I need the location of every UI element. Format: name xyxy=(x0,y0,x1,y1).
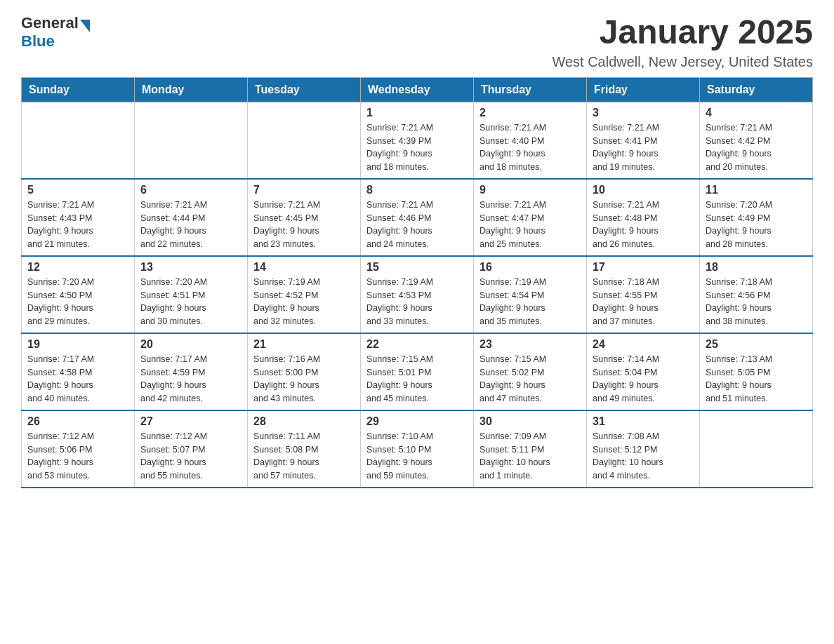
day-info: Sunrise: 7:16 AM Sunset: 5:00 PM Dayligh… xyxy=(253,353,355,405)
calendar-day-20: 20Sunrise: 7:17 AM Sunset: 4:59 PM Dayli… xyxy=(135,333,248,410)
day-info: Sunrise: 7:19 AM Sunset: 4:53 PM Dayligh… xyxy=(366,276,468,328)
day-number: 31 xyxy=(593,415,694,428)
day-number: 4 xyxy=(706,107,807,119)
day-number: 5 xyxy=(27,184,128,196)
day-number: 20 xyxy=(140,338,241,351)
day-number: 16 xyxy=(479,261,581,274)
day-number: 28 xyxy=(253,415,355,428)
calendar-day-8: 8Sunrise: 7:21 AM Sunset: 4:46 PM Daylig… xyxy=(361,179,474,256)
calendar-header-saturday: Saturday xyxy=(700,77,813,102)
day-info: Sunrise: 7:21 AM Sunset: 4:45 PM Dayligh… xyxy=(253,199,355,251)
calendar-week-row: 5Sunrise: 7:21 AM Sunset: 4:43 PM Daylig… xyxy=(22,179,813,256)
day-number: 23 xyxy=(479,338,581,351)
calendar-day-2: 2Sunrise: 7:21 AM Sunset: 4:40 PM Daylig… xyxy=(474,102,587,179)
day-number: 24 xyxy=(593,338,694,351)
calendar-header-sunday: Sunday xyxy=(22,77,135,102)
calendar-day-6: 6Sunrise: 7:21 AM Sunset: 4:44 PM Daylig… xyxy=(135,179,248,256)
day-number: 1 xyxy=(366,107,468,119)
calendar-empty-cell xyxy=(22,102,135,179)
calendar-empty-cell xyxy=(248,102,361,179)
day-number: 19 xyxy=(27,338,128,351)
calendar-header-wednesday: Wednesday xyxy=(361,77,474,102)
calendar-day-23: 23Sunrise: 7:15 AM Sunset: 5:02 PM Dayli… xyxy=(474,333,587,410)
calendar-day-26: 26Sunrise: 7:12 AM Sunset: 5:06 PM Dayli… xyxy=(22,410,135,488)
day-number: 12 xyxy=(27,261,128,274)
day-info: Sunrise: 7:20 AM Sunset: 4:49 PM Dayligh… xyxy=(706,199,807,251)
calendar-day-16: 16Sunrise: 7:19 AM Sunset: 4:54 PM Dayli… xyxy=(474,256,587,333)
calendar-week-row: 26Sunrise: 7:12 AM Sunset: 5:06 PM Dayli… xyxy=(22,410,813,488)
day-info: Sunrise: 7:13 AM Sunset: 5:05 PM Dayligh… xyxy=(706,353,807,405)
day-info: Sunrise: 7:15 AM Sunset: 5:01 PM Dayligh… xyxy=(366,353,468,405)
calendar-day-30: 30Sunrise: 7:09 AM Sunset: 5:11 PM Dayli… xyxy=(474,410,587,488)
day-info: Sunrise: 7:21 AM Sunset: 4:39 PM Dayligh… xyxy=(366,121,468,174)
day-number: 8 xyxy=(366,184,468,196)
calendar-day-4: 4Sunrise: 7:21 AM Sunset: 4:42 PM Daylig… xyxy=(700,102,813,179)
calendar-day-14: 14Sunrise: 7:19 AM Sunset: 4:52 PM Dayli… xyxy=(248,256,361,333)
day-number: 14 xyxy=(253,261,355,274)
title-area: January 2025 West Caldwell, New Jersey, … xyxy=(552,14,813,70)
calendar-day-3: 3Sunrise: 7:21 AM Sunset: 4:41 PM Daylig… xyxy=(587,102,700,179)
logo-blue-text: Blue xyxy=(21,32,90,51)
day-number: 17 xyxy=(593,261,694,274)
calendar-day-11: 11Sunrise: 7:20 AM Sunset: 4:49 PM Dayli… xyxy=(700,179,813,256)
calendar-day-21: 21Sunrise: 7:16 AM Sunset: 5:00 PM Dayli… xyxy=(248,333,361,410)
day-info: Sunrise: 7:21 AM Sunset: 4:44 PM Dayligh… xyxy=(140,199,241,251)
calendar-day-27: 27Sunrise: 7:12 AM Sunset: 5:07 PM Dayli… xyxy=(135,410,248,488)
day-info: Sunrise: 7:19 AM Sunset: 4:52 PM Dayligh… xyxy=(253,276,355,328)
calendar-header-row: SundayMondayTuesdayWednesdayThursdayFrid… xyxy=(22,77,813,102)
day-number: 2 xyxy=(479,107,581,119)
day-info: Sunrise: 7:12 AM Sunset: 5:07 PM Dayligh… xyxy=(140,430,241,483)
day-number: 26 xyxy=(27,415,128,428)
day-info: Sunrise: 7:21 AM Sunset: 4:43 PM Dayligh… xyxy=(27,199,128,251)
day-info: Sunrise: 7:19 AM Sunset: 4:54 PM Dayligh… xyxy=(479,276,581,328)
day-info: Sunrise: 7:21 AM Sunset: 4:48 PM Dayligh… xyxy=(593,199,694,251)
calendar-header-thursday: Thursday xyxy=(474,77,587,102)
day-number: 30 xyxy=(479,415,581,428)
calendar-day-1: 1Sunrise: 7:21 AM Sunset: 4:39 PM Daylig… xyxy=(361,102,474,179)
day-info: Sunrise: 7:20 AM Sunset: 4:50 PM Dayligh… xyxy=(27,276,128,328)
calendar-day-29: 29Sunrise: 7:10 AM Sunset: 5:10 PM Dayli… xyxy=(361,410,474,488)
day-info: Sunrise: 7:21 AM Sunset: 4:46 PM Dayligh… xyxy=(366,199,468,251)
calendar-day-13: 13Sunrise: 7:20 AM Sunset: 4:51 PM Dayli… xyxy=(135,256,248,333)
calendar-day-19: 19Sunrise: 7:17 AM Sunset: 4:58 PM Dayli… xyxy=(22,333,135,410)
day-info: Sunrise: 7:20 AM Sunset: 4:51 PM Dayligh… xyxy=(140,276,241,328)
day-info: Sunrise: 7:21 AM Sunset: 4:47 PM Dayligh… xyxy=(479,199,581,251)
day-info: Sunrise: 7:15 AM Sunset: 5:02 PM Dayligh… xyxy=(479,353,581,405)
calendar-header-tuesday: Tuesday xyxy=(248,77,361,102)
page-header: General Blue January 2025 West Caldwell,… xyxy=(21,14,813,70)
day-info: Sunrise: 7:12 AM Sunset: 5:06 PM Dayligh… xyxy=(27,430,128,483)
calendar-day-10: 10Sunrise: 7:21 AM Sunset: 4:48 PM Dayli… xyxy=(587,179,700,256)
calendar-body: 1Sunrise: 7:21 AM Sunset: 4:39 PM Daylig… xyxy=(22,102,813,488)
month-title: January 2025 xyxy=(552,14,813,51)
day-info: Sunrise: 7:14 AM Sunset: 5:04 PM Dayligh… xyxy=(593,353,694,405)
day-number: 21 xyxy=(253,338,355,351)
day-info: Sunrise: 7:21 AM Sunset: 4:40 PM Dayligh… xyxy=(479,121,581,174)
calendar-day-15: 15Sunrise: 7:19 AM Sunset: 4:53 PM Dayli… xyxy=(361,256,474,333)
calendar-week-row: 19Sunrise: 7:17 AM Sunset: 4:58 PM Dayli… xyxy=(22,333,813,410)
day-info: Sunrise: 7:11 AM Sunset: 5:08 PM Dayligh… xyxy=(253,430,355,483)
calendar-day-5: 5Sunrise: 7:21 AM Sunset: 4:43 PM Daylig… xyxy=(22,179,135,256)
calendar-header-friday: Friday xyxy=(587,77,700,102)
calendar-header-monday: Monday xyxy=(135,77,248,102)
day-number: 10 xyxy=(593,184,694,196)
day-number: 27 xyxy=(140,415,241,428)
day-info: Sunrise: 7:21 AM Sunset: 4:42 PM Dayligh… xyxy=(706,121,807,174)
calendar-day-24: 24Sunrise: 7:14 AM Sunset: 5:04 PM Dayli… xyxy=(587,333,700,410)
calendar-empty-cell xyxy=(700,410,813,488)
logo-general-text: General xyxy=(21,14,79,32)
calendar-day-7: 7Sunrise: 7:21 AM Sunset: 4:45 PM Daylig… xyxy=(248,179,361,256)
calendar-day-9: 9Sunrise: 7:21 AM Sunset: 4:47 PM Daylig… xyxy=(474,179,587,256)
logo: General Blue xyxy=(21,14,90,51)
day-number: 25 xyxy=(706,338,807,351)
day-number: 6 xyxy=(140,184,241,196)
calendar-week-row: 1Sunrise: 7:21 AM Sunset: 4:39 PM Daylig… xyxy=(22,102,813,179)
calendar-day-12: 12Sunrise: 7:20 AM Sunset: 4:50 PM Dayli… xyxy=(22,256,135,333)
day-number: 9 xyxy=(479,184,581,196)
calendar-day-17: 17Sunrise: 7:18 AM Sunset: 4:55 PM Dayli… xyxy=(587,256,700,333)
calendar-day-28: 28Sunrise: 7:11 AM Sunset: 5:08 PM Dayli… xyxy=(248,410,361,488)
day-info: Sunrise: 7:08 AM Sunset: 5:12 PM Dayligh… xyxy=(593,430,694,483)
day-info: Sunrise: 7:18 AM Sunset: 4:55 PM Dayligh… xyxy=(593,276,694,328)
day-info: Sunrise: 7:17 AM Sunset: 4:58 PM Dayligh… xyxy=(27,353,128,405)
logo-triangle-icon xyxy=(80,20,90,32)
day-info: Sunrise: 7:17 AM Sunset: 4:59 PM Dayligh… xyxy=(140,353,241,405)
